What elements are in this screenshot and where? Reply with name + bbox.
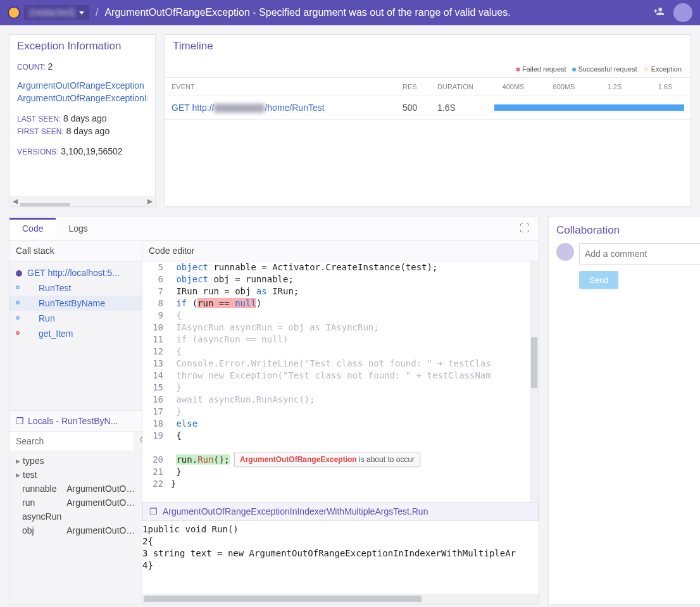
fullscreen-icon[interactable]: ⛶ [511, 223, 539, 234]
exception-link[interactable]: ArgumentOutOfRangeException [17, 80, 147, 91]
comment-input[interactable] [579, 243, 700, 265]
exception-info-heading: Exception Information [9, 35, 155, 58]
code-editor-secondary[interactable]: 1public void Run()2{3 string text = new … [142, 521, 539, 594]
stack-item-selected[interactable]: RunTestByName [9, 296, 142, 311]
copy-icon[interactable]: ❐ [16, 416, 24, 426]
code-editor-heading: Code editor [142, 241, 539, 261]
exception-info-panel: Exception Information COUNT: 2 ArgumentO… [9, 34, 156, 207]
tab-code[interactable]: Code [9, 218, 56, 239]
tab-logs[interactable]: Logs [56, 218, 100, 239]
code-editor[interactable]: 5 object runnable = Activator.CreateInst… [142, 261, 539, 502]
timeline-panel: Timeline Failed request Successful reque… [165, 34, 691, 207]
add-user-icon[interactable] [653, 6, 665, 20]
stack-item[interactable]: GET http://localhost:5... [9, 265, 142, 280]
timeline-row[interactable]: GET http:///home/RunTest 500 1.6S [165, 96, 691, 120]
callstack-list: GET http://localhost:5... RunTest RunTes… [9, 261, 142, 410]
redacted-host [214, 104, 265, 113]
timeline-heading: Timeline [165, 35, 691, 58]
file-bar[interactable]: ❐ ArgumentOutOfRangeExceptionInIndexerWi… [142, 502, 539, 521]
breadcrumb-separator: / [96, 7, 98, 18]
stack-item[interactable]: Run [9, 311, 142, 326]
locals-list: ▸types▸testrunnableArgumentOutOfRangerun… [9, 451, 142, 540]
main-area: Code Logs ⛶ Call stack GET http://localh… [9, 216, 539, 605]
legend-success: Successful request [572, 65, 637, 73]
callstack-heading: Call stack [9, 241, 142, 261]
avatar [556, 243, 574, 261]
avatar[interactable] [673, 3, 692, 22]
count-value: 2 [48, 61, 53, 72]
stack-item[interactable]: RunTest [9, 280, 142, 296]
page-title: ArgumentOutOfRangeException - Specified … [104, 7, 510, 18]
collaboration-heading: Collaboration [556, 224, 700, 243]
collaboration-panel: Collaboration Send [548, 216, 700, 605]
legend-failed: Failed request [516, 65, 566, 73]
timeline-table: Event Res Duration 400ms 800ms 1.2s 1.6s… [165, 77, 691, 120]
copy-icon: ❐ [149, 506, 158, 516]
project-selector[interactable]: (redacted) [24, 5, 89, 20]
exception-link[interactable]: ArgumentOutOfRangeExceptionInIndexer [17, 93, 147, 103]
locals-search-input[interactable] [9, 432, 133, 451]
logo-icon [8, 6, 20, 19]
chevron-down-icon [79, 11, 84, 15]
send-button[interactable]: Send [579, 271, 618, 289]
duration-bar [494, 104, 684, 111]
locals-heading: ❐ Locals - RunTestByN... [9, 410, 142, 432]
legend-exception: Exception [643, 65, 682, 73]
vertical-scrollbar[interactable] [530, 261, 539, 502]
stack-item[interactable]: get_Item [9, 326, 142, 341]
tab-bar: Code Logs ⛶ [9, 216, 539, 240]
count-label: COUNT: [17, 63, 46, 72]
top-bar: (redacted) / ArgumentOutOfRangeException… [0, 0, 700, 25]
horizontal-scrollbar[interactable]: ◂▸ [9, 196, 155, 206]
horizontal-scrollbar[interactable] [142, 594, 539, 604]
exception-tooltip: ArgumentOutOfRangeException is about to … [234, 453, 420, 466]
project-name: (redacted) [29, 7, 75, 18]
